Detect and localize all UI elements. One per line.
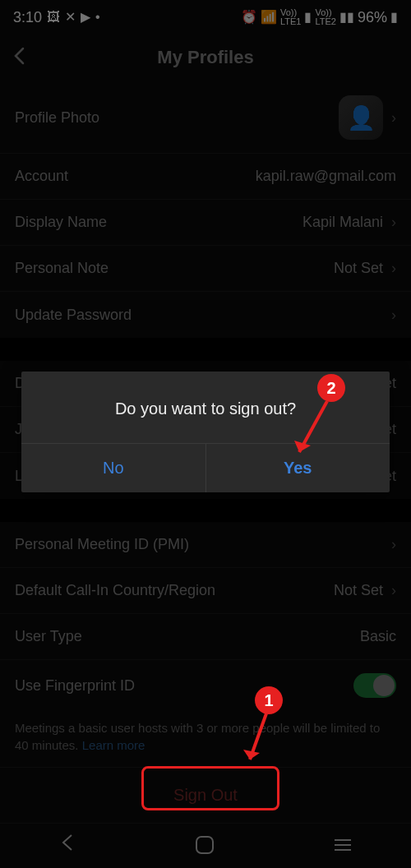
chevron-right-icon: › — [391, 536, 396, 553]
svg-marker-3 — [294, 441, 311, 452]
image-icon: 🖼 — [47, 11, 60, 24]
status-bar: 3:10 🖼 ✕ ▶ • ⏰ 📶 Vo))LTE1 ▮ Vo))LTE2 ▮▮ … — [0, 0, 411, 33]
basic-user-note: Meetings a basic user hosts with 3 or mo… — [0, 711, 411, 767]
annotation-step-2: 2 — [317, 374, 345, 402]
nav-recents-icon[interactable] — [335, 839, 351, 851]
learn-more-link[interactable]: Learn more — [82, 738, 145, 752]
nav-back-icon[interactable] — [60, 833, 75, 856]
wifi-icon: 📶 — [261, 11, 277, 24]
row-label: Profile Photo — [15, 109, 99, 127]
row-value: Basic — [360, 628, 396, 645]
row-label: Display Name — [15, 214, 107, 231]
youtube-icon: ▶ — [81, 11, 90, 24]
android-nav-bar — [0, 822, 411, 868]
chevron-right-icon: › — [391, 307, 396, 324]
row-label: User Type — [15, 628, 82, 645]
signal2-icon: ▮▮ — [339, 11, 354, 24]
chevron-right-icon: › — [391, 214, 396, 231]
row-display-name[interactable]: Display Name Kapil Malani› — [0, 200, 411, 246]
row-callin-country[interactable]: Default Call-In Country/Region Not Set› — [0, 568, 411, 614]
page-title: My Profiles — [13, 47, 398, 68]
sim1-label: Vo))LTE1 — [280, 8, 301, 26]
chevron-right-icon: › — [391, 109, 396, 127]
row-pmi[interactable]: Personal Meeting ID (PMI) › — [0, 522, 411, 568]
row-account: Account kapil.raw@gmail.com — [0, 154, 411, 200]
battery-percent: 96% — [358, 9, 387, 26]
row-value: Kapil Malani — [302, 214, 383, 231]
sim2-label: Vo))LTE2 — [315, 8, 335, 26]
row-label: Personal Meeting ID (PMI) — [15, 536, 189, 553]
row-label: Update Password — [15, 307, 132, 324]
annotation-arrow-2 — [293, 401, 334, 465]
row-fingerprint: Use Fingerprint ID — [0, 660, 411, 711]
row-value: Not Set — [334, 260, 383, 277]
row-label: Personal Note — [15, 260, 109, 277]
dot-icon: • — [95, 11, 100, 24]
nav-home-icon[interactable] — [196, 836, 214, 854]
annotation-box-signout — [141, 766, 279, 810]
battery-icon: ▮ — [390, 11, 398, 24]
header: My Profiles — [0, 33, 411, 82]
row-value: kapil.raw@gmail.com — [256, 168, 396, 185]
row-label: Use Fingerprint ID — [15, 677, 135, 695]
row-update-password[interactable]: Update Password › — [0, 292, 411, 338]
signal1-icon: ▮ — [304, 11, 312, 24]
row-value: Not Set — [334, 582, 383, 599]
row-label: Account — [15, 168, 68, 185]
chevron-right-icon: › — [391, 582, 396, 599]
status-time: 3:10 — [13, 9, 42, 26]
annotation-step-1: 1 — [255, 686, 283, 714]
row-user-type: User Type Basic — [0, 614, 411, 660]
alarm-icon: ⏰ — [241, 11, 257, 24]
avatar: 👤 — [339, 95, 383, 140]
dialog-no-button[interactable]: No — [21, 444, 206, 492]
missed-call-icon: ✕ — [65, 11, 76, 24]
row-personal-note[interactable]: Personal Note Not Set› — [0, 246, 411, 292]
row-profile-photo[interactable]: Profile Photo 👤 › — [0, 82, 411, 154]
annotation-arrow-1 — [243, 713, 276, 771]
chevron-right-icon: › — [391, 260, 396, 277]
fingerprint-toggle[interactable] — [353, 673, 396, 698]
row-label: Default Call-In Country/Region — [15, 582, 215, 599]
